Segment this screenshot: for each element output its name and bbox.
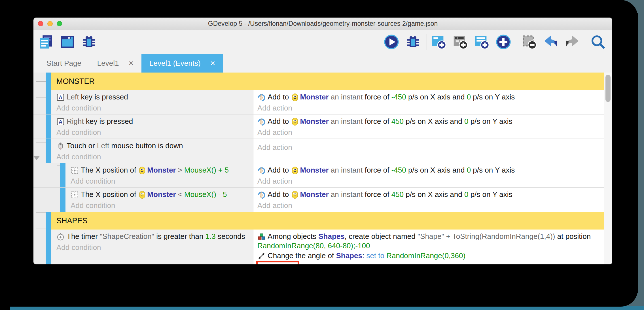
action-text-segment: an instant: [329, 93, 365, 101]
redo-button[interactable]: [565, 34, 581, 50]
conditions-cell: The timer "ShapeCreation" is greater tha…: [51, 230, 253, 264]
play-button[interactable]: [384, 34, 401, 50]
action-line[interactable]: Add to Monster an instant force of 450 p…: [257, 190, 598, 199]
action-line[interactable]: Add to Monster an instant force of 450 p…: [257, 117, 598, 126]
actions-cell: Add to Monster an instant force of -450 …: [253, 90, 604, 114]
gdevelop-window: GDevelop 5 - /Users/florian/Downloads/ge…: [33, 18, 612, 264]
action-line[interactable]: Among objects Shapes, create object name…: [257, 232, 598, 250]
monster-icon: [291, 191, 298, 199]
action-line[interactable]: Change the angle of Shapes: set to Rando…: [257, 251, 598, 260]
add-condition-placeholder[interactable]: Add condition: [56, 243, 247, 252]
collapse-subevents-triangle-icon[interactable]: [33, 156, 40, 160]
add-action-placeholder[interactable]: Add action: [257, 177, 598, 186]
close-tab-icon[interactable]: ×: [210, 58, 215, 68]
add-condition-placeholder[interactable]: Add condition: [71, 177, 247, 186]
add-condition-placeholder[interactable]: Add condition: [56, 128, 247, 137]
action-text-segment: p/s on Y axis: [471, 93, 515, 101]
tab-level1-events[interactable]: Level1 (Events) ×: [141, 54, 223, 73]
action-text-segment: p/s on Y axis: [471, 166, 515, 174]
event-strip: [46, 139, 51, 163]
action-text-segment: Monster: [300, 190, 329, 199]
event-group-row: SHAPES: [33, 212, 604, 230]
condition-text-segment: Right: [67, 117, 86, 126]
condition-line[interactable]: The X position of Monster < MouseX() - 5: [71, 190, 247, 199]
tab-start-page[interactable]: Start Page: [39, 54, 89, 73]
add-subevent-button[interactable]: [453, 34, 469, 50]
condition-text-segment: is greater than: [156, 232, 205, 241]
play-icon: [384, 34, 399, 50]
hand-icon: [257, 93, 266, 101]
add-event-icon: [431, 34, 447, 50]
search-button[interactable]: [591, 34, 607, 50]
close-window-button[interactable]: [38, 21, 43, 26]
action-text-segment: p/s on Y axis: [468, 117, 512, 126]
add-circle-button[interactable]: [496, 34, 512, 50]
event-strip: [46, 73, 51, 90]
action-text-segment: RandomInRange(80, 640-80);-100: [257, 241, 370, 250]
tab-label: Level1 (Events): [149, 59, 201, 68]
debug-icon: [81, 34, 97, 50]
action-text-segment: 0: [467, 93, 471, 101]
event-group-header[interactable]: MONSTER: [51, 73, 604, 90]
scrollbar-track[interactable]: [604, 73, 612, 264]
condition-line[interactable]: ARight key is pressed: [56, 117, 247, 126]
conditions-cell: Touch or Left mouse button is downAdd co…: [51, 139, 253, 163]
action-text-segment: Add to: [268, 93, 291, 101]
action-text-segment: p/s on X axis and: [406, 93, 467, 101]
condition-line[interactable]: ALeft key is pressed: [56, 92, 247, 102]
condition-line[interactable]: The timer "ShapeCreation" is greater tha…: [56, 232, 247, 241]
event-strip: [46, 114, 51, 139]
close-tab-icon[interactable]: ×: [128, 58, 134, 68]
condition-text-segment: The timer: [67, 232, 100, 241]
action-text-segment: force of: [365, 117, 391, 126]
event-row: ARight key is pressedAdd conditionAdd to…: [33, 114, 604, 139]
action-text-segment: Monster: [300, 166, 329, 174]
delete-selection-icon: [521, 34, 537, 50]
action-text-segment: "Shape" + ToString(RandomInRange(1,4)): [418, 232, 555, 241]
condition-text-segment: MouseX() + 5: [184, 166, 229, 174]
action-text-segment: Add to: [268, 190, 291, 199]
add-event-button[interactable]: [431, 34, 448, 50]
action-text-segment: p/s on X axis and: [404, 117, 464, 126]
event-group-header[interactable]: SHAPES: [51, 212, 604, 230]
monster-icon: [139, 166, 146, 175]
scrollbar-thumb[interactable]: [605, 75, 611, 102]
actions-cell: Add to Monster an instant force of 450 p…: [253, 114, 604, 139]
add-action-placeholder[interactable]: Add action: [257, 103, 598, 112]
debug-button[interactable]: [82, 34, 98, 50]
action-line[interactable]: Add to Monster an instant force of -450 …: [257, 92, 598, 102]
add-condition-placeholder[interactable]: Add condition: [56, 152, 247, 161]
action-text-segment: Shapes: [318, 232, 345, 241]
action-text-segment: force of: [365, 93, 391, 101]
action-text-segment: force of: [365, 190, 391, 199]
editors-window-button[interactable]: [60, 34, 77, 50]
action-text-segment: 0: [464, 190, 468, 199]
event-row: Touch or Left mouse button is downAdd co…: [33, 139, 604, 163]
add-comment-button[interactable]: [474, 34, 491, 50]
add-action-placeholder[interactable]: Add action: [257, 128, 598, 137]
mouse-icon: [56, 142, 65, 150]
actions-cell: Add to Monster an instant force of 450 p…: [253, 188, 604, 212]
action-text-segment: Shapes: [336, 251, 362, 260]
undo-button[interactable]: [543, 34, 560, 50]
tab-level1[interactable]: Level1 ×: [89, 54, 141, 73]
action-text-segment: 450: [391, 117, 404, 126]
add-condition-placeholder[interactable]: Add condition: [56, 103, 247, 112]
action-line[interactable]: Add to Monster an instant force of -450 …: [257, 165, 598, 175]
minimize-window-button[interactable]: [47, 21, 53, 26]
condition-line[interactable]: Touch or Left mouse button is down: [56, 141, 247, 150]
add-condition-placeholder[interactable]: Add condition: [71, 201, 247, 210]
desktop-background-bottom: [10, 306, 644, 310]
zoom-window-button[interactable]: [57, 21, 62, 26]
project-manager-button[interactable]: [39, 34, 55, 50]
action-text-segment: -450: [391, 166, 406, 174]
debug-button[interactable]: [406, 34, 422, 50]
add-action-placeholder[interactable]: Add action: [257, 143, 598, 152]
condition-line[interactable]: The X position of Monster > MouseX() + 5: [71, 165, 247, 175]
add-action-placeholder[interactable]: Add action: [257, 201, 598, 210]
condition-text-segment: Monster: [147, 190, 176, 199]
delete-selection-button[interactable]: [522, 34, 538, 50]
timer-icon: [56, 233, 65, 241]
add-action-placeholder[interactable]: Add action: [259, 263, 294, 264]
action-text-segment: p/s on Y axis: [468, 190, 512, 199]
